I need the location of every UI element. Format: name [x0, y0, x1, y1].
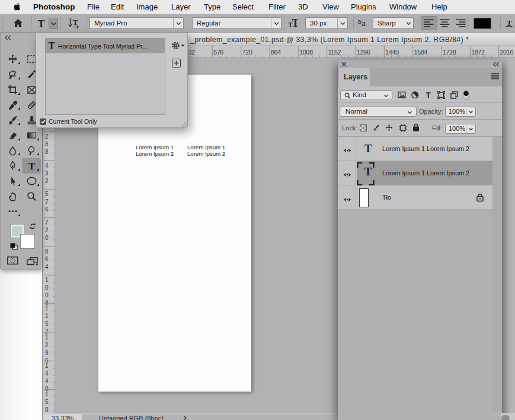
- svg-text:1584: 1584: [414, 49, 428, 56]
- svg-text:1: 1: [45, 334, 49, 341]
- svg-text:1: 1: [45, 313, 49, 319]
- svg-text:T: T: [28, 161, 35, 171]
- svg-text:8: 8: [45, 141, 49, 148]
- svg-text:1: 1: [45, 277, 49, 283]
- svg-text:5: 5: [45, 191, 49, 197]
- svg-text:4: 4: [45, 378, 49, 384]
- svg-text:1: 1: [45, 391, 49, 397]
- svg-text:5: 5: [45, 320, 49, 327]
- svg-text:720: 720: [242, 49, 252, 56]
- svg-text:576: 576: [213, 49, 223, 56]
- svg-text:T: T: [73, 18, 78, 27]
- svg-text:1008: 1008: [299, 49, 313, 56]
- svg-text:1296: 1296: [357, 49, 370, 56]
- svg-text:6: 6: [45, 206, 49, 213]
- svg-text:T: T: [38, 18, 45, 29]
- svg-text:2: 2: [45, 342, 49, 348]
- svg-text:4: 4: [45, 370, 49, 377]
- svg-text:8: 8: [45, 248, 49, 255]
- svg-text:6: 6: [45, 256, 49, 262]
- svg-text:1: 1: [45, 363, 49, 369]
- svg-text:T: T: [364, 143, 372, 155]
- svg-text:2: 2: [45, 133, 49, 140]
- svg-text:3: 3: [45, 170, 49, 177]
- svg-text:5: 5: [45, 399, 49, 405]
- svg-text:1: 1: [45, 305, 49, 312]
- svg-text:4: 4: [45, 264, 49, 270]
- svg-text:1440: 1440: [385, 49, 399, 56]
- svg-text:T: T: [49, 40, 55, 50]
- svg-text:T: T: [292, 18, 298, 28]
- svg-text:T: T: [364, 166, 372, 178]
- svg-text:7: 7: [45, 219, 49, 226]
- svg-text:1728: 1728: [443, 49, 456, 56]
- svg-text:8: 8: [45, 406, 49, 413]
- svg-text:864: 864: [271, 49, 281, 56]
- svg-text:7: 7: [45, 198, 49, 205]
- svg-text:1152: 1152: [328, 49, 341, 56]
- svg-text:2: 2: [45, 227, 49, 233]
- svg-text:1872: 1872: [471, 49, 485, 56]
- svg-text:9: 9: [45, 350, 49, 356]
- svg-text:a: a: [362, 20, 366, 28]
- svg-text:8: 8: [45, 149, 49, 155]
- svg-text:T: T: [426, 91, 431, 99]
- svg-text:0: 0: [45, 292, 49, 299]
- svg-text:0: 0: [45, 284, 49, 291]
- svg-text:2016: 2016: [500, 49, 514, 56]
- svg-text:2: 2: [45, 178, 49, 184]
- svg-text:0: 0: [45, 235, 49, 241]
- svg-text:a: a: [358, 18, 362, 25]
- svg-text:4: 4: [45, 162, 49, 169]
